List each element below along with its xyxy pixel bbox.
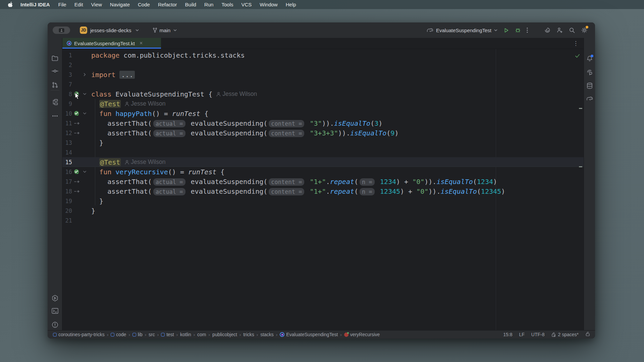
structure-icon[interactable] (52, 99, 58, 107)
code-line-7[interactable]: 7 (62, 79, 584, 89)
code-line-15[interactable]: 15 @TestJesse Wilson (62, 157, 584, 167)
tab-close-icon[interactable]: × (140, 41, 143, 46)
menu-item-help[interactable]: Help (282, 2, 300, 7)
token-fnit: isEqualTo (440, 187, 477, 195)
chevron-down-icon[interactable] (135, 28, 139, 32)
code-text: import ... (88, 71, 135, 79)
code-line-9[interactable]: 9 @TestJesse Wilson (62, 99, 584, 109)
breadcrumb-veryRecursive[interactable]: veryRecursive (344, 332, 380, 337)
database-icon[interactable] (587, 82, 593, 90)
menu-item-view[interactable]: View (87, 2, 106, 7)
menu-item-navigate[interactable]: Navigate (106, 2, 134, 7)
notifications-bell-icon[interactable] (586, 55, 593, 62)
project-avatar[interactable]: JD (80, 26, 87, 34)
breadcrumb-stacks[interactable]: stacks (260, 332, 274, 337)
file-writable-lock-icon[interactable] (585, 331, 590, 338)
token-fnit: isEqualTo (436, 178, 473, 186)
breadcrumb-code[interactable]: code (111, 332, 126, 337)
line-number: 2 (62, 62, 72, 68)
fold-chevron-down-icon[interactable] (82, 92, 88, 96)
code-line-20[interactable]: 20} (62, 206, 584, 216)
code-line-19[interactable]: 19 } (62, 196, 584, 206)
code-line-11[interactable]: 11 assertThat(actual = evaluateSuspendin… (62, 118, 584, 128)
code-line-14[interactable]: 14 (62, 147, 584, 157)
services-icon[interactable] (51, 295, 58, 303)
code-line-10[interactable]: 10 fun happyPath() = runTest { (62, 109, 584, 118)
apple-icon[interactable] (5, 2, 16, 7)
breadcrumb-test[interactable]: test (161, 332, 174, 337)
editor-tab-bar: EvaluateSuspendingTest.kt × ⋮ (62, 38, 584, 49)
menu-item-intellij-idea[interactable]: IntelliJ IDEA (16, 2, 54, 7)
code-with-me-icon[interactable] (556, 27, 563, 34)
breadcrumb-coroutines-party-tricks[interactable]: coroutines-party-tricks (53, 332, 105, 337)
code-line-8[interactable]: 8class EvaluateSuspendingTest {Jesse Wil… (62, 89, 584, 99)
token-pl: assertThat( (91, 119, 152, 127)
search-icon[interactable] (569, 27, 575, 34)
debug-button[interactable] (515, 27, 521, 33)
problems-icon[interactable] (52, 321, 58, 329)
suspend-call-gutter-icon[interactable] (72, 189, 82, 193)
breadcrumb-kotlin[interactable]: kotlin (180, 332, 191, 337)
terminal-icon[interactable] (52, 308, 58, 315)
breadcrumb-tricks[interactable]: tricks (243, 332, 254, 337)
code-line-16[interactable]: 16 fun veryRecursive() = runTest { (62, 167, 584, 177)
code-line-3[interactable]: 3import ... (62, 70, 584, 79)
suspend-call-gutter-icon[interactable] (72, 121, 82, 125)
tab-options-kebab-icon[interactable]: ⋮ (573, 40, 579, 47)
menu-item-run[interactable]: Run (200, 2, 218, 7)
code-line-2[interactable]: 2 (62, 60, 584, 70)
run-test-gutter-icon[interactable] (72, 111, 82, 117)
menu-item-code[interactable]: Code (134, 2, 154, 7)
menu-item-refactor[interactable]: Refactor (154, 2, 181, 7)
suspend-call-gutter-icon[interactable] (72, 180, 82, 184)
run-button[interactable] (503, 27, 509, 33)
menu-item-build[interactable]: Build (181, 2, 200, 7)
vcs-widget[interactable]: main (152, 27, 177, 33)
screen-share-pill[interactable] (53, 26, 70, 34)
project-name[interactable]: jesses-slide-decks (90, 27, 131, 33)
run-configuration-select[interactable]: EvaluateSuspendingTest (426, 27, 498, 33)
code-text: assertThat(actual = evaluateSuspending(c… (88, 129, 398, 137)
inspections-ok-icon[interactable] (575, 52, 580, 60)
pull-requests-icon[interactable] (52, 82, 58, 89)
code-line-21[interactable]: 21 (62, 216, 584, 225)
tab-evaluatesuspendingtest[interactable]: EvaluateSuspendingTest.kt × (62, 38, 161, 49)
project-folder-icon[interactable] (52, 55, 58, 63)
breadcrumb-separator: › (209, 332, 210, 337)
fold-chevron-down-icon[interactable] (82, 111, 88, 116)
menu-item-tools[interactable]: Tools (217, 2, 237, 7)
breadcrumb-EvaluateSuspendingTest[interactable]: EvaluateSuspendingTest (280, 332, 338, 337)
code-line-12[interactable]: 12 assertThat(actual = evaluateSuspendin… (62, 128, 584, 138)
breadcrumb-lib[interactable]: lib (132, 332, 143, 337)
settings-gear-icon[interactable] (581, 27, 588, 34)
ai-assistant-icon[interactable] (544, 27, 551, 34)
code-line-13[interactable]: 13 } (62, 138, 584, 147)
more-actions-button[interactable] (527, 27, 528, 33)
run-test-gutter-icon[interactable] (72, 169, 82, 175)
gradle-icon[interactable] (586, 96, 593, 103)
code-line-17[interactable]: 17 assertThat(actual = evaluateSuspendin… (62, 177, 584, 186)
code-line-1[interactable]: 1package com.publicobject.tricks.stacks (62, 50, 584, 60)
menu-item-edit[interactable]: Edit (70, 2, 87, 7)
fold-chevron-right-icon[interactable] (82, 72, 88, 77)
token-pl: () = (152, 110, 172, 118)
menu-item-vcs[interactable]: VCS (237, 2, 256, 7)
code-editor[interactable]: 1package com.publicobject.tricks.stacks2… (62, 49, 584, 330)
breadcrumb-src[interactable]: src (149, 332, 155, 337)
token-pl: } (91, 197, 103, 205)
more-tool-windows-icon[interactable] (52, 112, 58, 118)
commit-icon[interactable] (52, 68, 58, 75)
suspend-call-gutter-icon[interactable] (72, 131, 82, 135)
breadcrumb-publicobject[interactable]: publicobject (212, 332, 237, 337)
code-line-18[interactable]: 18 assertThat(actual = evaluateSuspendin… (62, 186, 584, 196)
breadcrumb-com[interactable]: com (197, 332, 206, 337)
ai-chat-icon[interactable] (586, 69, 593, 77)
menu-item-window[interactable]: Window (256, 2, 281, 7)
menu-item-file[interactable]: File (54, 2, 70, 7)
file-encoding[interactable]: UTF-8 (531, 332, 545, 337)
token-pl: } (91, 139, 103, 147)
indent-widget[interactable]: 2 spaces* (551, 332, 579, 337)
fold-chevron-down-icon[interactable] (82, 170, 88, 174)
caret-position[interactable]: 15:8 (503, 332, 512, 337)
line-ending[interactable]: LF (519, 332, 525, 337)
